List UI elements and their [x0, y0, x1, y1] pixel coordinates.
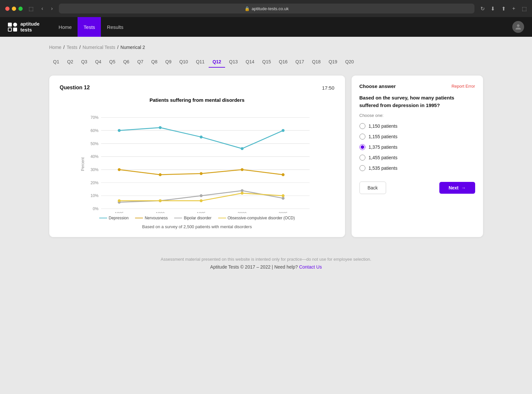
svg-text:2005: 2005 [279, 211, 288, 213]
question-tabs: Q1Q2Q3Q4Q5Q6Q7Q8Q9Q10Q11Q12Q13Q14Q15Q16Q… [49, 56, 483, 68]
ocd-dot-1990 [159, 199, 162, 202]
tab-q8[interactable]: Q8 [147, 56, 161, 68]
page-content: Home / Tests / Numerical Tests / Numeric… [36, 37, 496, 291]
tab-q10[interactable]: Q10 [175, 56, 192, 68]
option-label-5: 1,535 patients [369, 165, 398, 171]
choose-answer-title: Choose answer [359, 83, 396, 89]
nervousness-dot-1995 [199, 172, 202, 175]
nervousness-dot-1990 [159, 173, 162, 176]
maximize-button[interactable] [18, 7, 23, 11]
bipolar-dot-1995 [199, 194, 202, 197]
arrow-right-icon: → [461, 185, 466, 190]
forward-nav-button[interactable]: › [49, 5, 55, 12]
option-label-3: 1,375 patients [369, 144, 398, 150]
url-text: aptitude-tests.co.uk [252, 6, 289, 11]
next-button[interactable]: Next → [439, 182, 475, 194]
legend-ocd: Obsessive-compulsive disorder (OCD) [218, 216, 295, 220]
breadcrumb-numerical-tests[interactable]: Numerical Tests [82, 45, 115, 50]
nervousness-dot-2005 [282, 173, 285, 176]
svg-text:1995: 1995 [197, 211, 205, 213]
tab-q4[interactable]: Q4 [91, 56, 105, 68]
tab-q16[interactable]: Q16 [275, 56, 291, 68]
depression-dot-1995 [199, 136, 202, 139]
tab-q15[interactable]: Q15 [258, 56, 275, 68]
nav-links: Home Tests Results [53, 17, 129, 37]
new-tab-icon[interactable]: + [512, 6, 515, 12]
line-chart: Percent 70% 60% 50% 40% 30% 20% [60, 108, 335, 213]
option-1[interactable]: 1,150 patients [359, 123, 475, 129]
footer-copyright: Aptitude Tests © 2017 – 2022 | Need help… [49, 264, 483, 270]
option-label-4: 1,455 patients [369, 155, 398, 160]
footer: Assessment material presented on this we… [49, 257, 483, 283]
radio-option-4[interactable] [359, 155, 365, 161]
chart-legend: Depression Nervousness Bipolar disorder … [60, 216, 335, 220]
option-label-1: 1,150 patients [369, 123, 398, 129]
option-5[interactable]: 1,535 patients [359, 165, 475, 171]
download-icon[interactable]: ⬇ [491, 6, 495, 12]
tab-q19[interactable]: Q19 [325, 56, 341, 68]
back-nav-button[interactable]: ‹ [39, 5, 45, 12]
question-header: Question 12 17:50 [60, 85, 335, 91]
tab-q6[interactable]: Q6 [119, 56, 133, 68]
nav-home[interactable]: Home [53, 17, 78, 37]
browser-chrome: ⬚ ‹ › 🔒 aptitude-tests.co.uk ↻ ⬇ ⬆ + ⬚ [0, 0, 532, 17]
radio-option-1[interactable] [359, 123, 365, 129]
radio-option-5[interactable] [359, 165, 365, 171]
option-3[interactable]: 1,375 patients [359, 144, 475, 150]
ocd-dot-1985 [118, 199, 121, 202]
bipolar-dot-2000 [241, 189, 243, 192]
tab-q5[interactable]: Q5 [105, 56, 119, 68]
lock-icon: 🔒 [244, 6, 250, 11]
nav-results[interactable]: Results [101, 17, 129, 37]
question-layout: Question 12 17:50 Patients suffering fro… [49, 76, 483, 237]
radio-option-3[interactable] [359, 144, 365, 150]
sidebar-toggle[interactable]: ⬚ [27, 5, 35, 12]
svg-text:20%: 20% [90, 181, 98, 185]
nervousness-dot-1985 [118, 168, 121, 171]
option-label-2: 1,155 patients [369, 134, 398, 139]
breadcrumb-tests[interactable]: Tests [67, 45, 78, 50]
tab-q18[interactable]: Q18 [308, 56, 324, 68]
tab-q2[interactable]: Q2 [63, 56, 77, 68]
address-bar[interactable]: 🔒 aptitude-tests.co.uk [59, 4, 474, 13]
contact-us-link[interactable]: Contact Us [299, 264, 322, 270]
depression-dot-2000 [241, 147, 243, 150]
logo[interactable]: aptitude tests [8, 21, 39, 33]
depression-dot-1985 [118, 129, 121, 132]
answer-question-text: Based on the survey, how many patients s… [359, 94, 475, 109]
svg-text:60%: 60% [90, 128, 98, 133]
logo-text: aptitude tests [20, 21, 39, 33]
tab-q7[interactable]: Q7 [133, 56, 148, 68]
share-icon[interactable]: ⬆ [501, 6, 506, 12]
reload-button[interactable]: ↻ [478, 5, 487, 12]
tab-q13[interactable]: Q13 [225, 56, 242, 68]
nav-tests[interactable]: Tests [78, 17, 101, 37]
breadcrumb: Home / Tests / Numerical Tests / Numeric… [49, 45, 483, 50]
tab-q20[interactable]: Q20 [341, 56, 358, 68]
legend-nervousness: Nervousness [135, 216, 168, 220]
tab-q14[interactable]: Q14 [242, 56, 258, 68]
option-4[interactable]: 1,455 patients [359, 155, 475, 161]
tab-q17[interactable]: Q17 [291, 56, 308, 68]
tab-q9[interactable]: Q9 [161, 56, 175, 68]
svg-text:30%: 30% [90, 167, 98, 172]
radio-option-2[interactable] [359, 134, 365, 140]
svg-text:50%: 50% [90, 142, 98, 146]
svg-text:70%: 70% [90, 115, 98, 120]
avatar[interactable] [512, 21, 524, 33]
depression-dot-2005 [282, 129, 285, 132]
tab-q12[interactable]: Q12 [209, 56, 225, 68]
ocd-dot-2005 [282, 194, 285, 197]
window-icon[interactable]: ⬚ [522, 6, 527, 12]
tab-q3[interactable]: Q3 [77, 56, 91, 68]
report-error-button[interactable]: Report Error [451, 84, 475, 89]
back-button[interactable]: Back [359, 182, 386, 194]
option-2[interactable]: 1,155 patients [359, 134, 475, 140]
logo-icon [8, 23, 17, 32]
minimize-button[interactable] [12, 7, 16, 11]
close-button[interactable] [5, 7, 10, 11]
tab-q1[interactable]: Q1 [49, 56, 63, 68]
breadcrumb-home[interactable]: Home [49, 45, 61, 50]
tab-q11[interactable]: Q11 [192, 56, 208, 68]
traffic-lights [5, 7, 23, 11]
